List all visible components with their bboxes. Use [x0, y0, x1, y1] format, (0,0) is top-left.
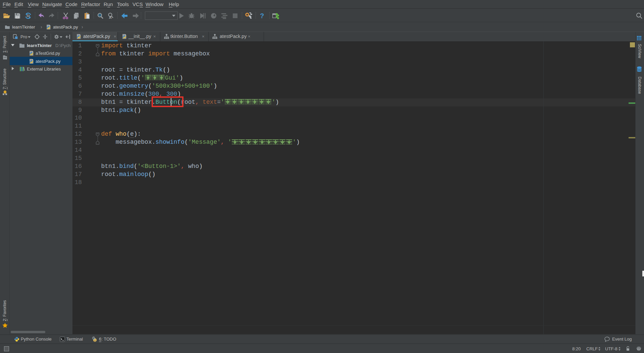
svg-text:A: A: [109, 15, 112, 19]
svg-text:?: ?: [260, 12, 264, 19]
